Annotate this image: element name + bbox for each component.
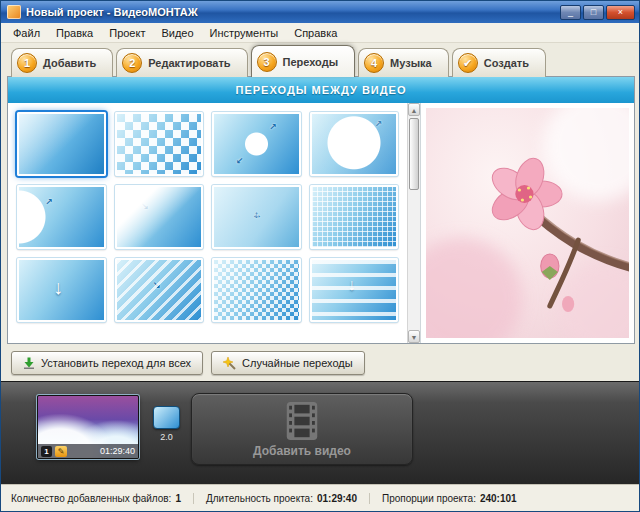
tab-create[interactable]: ✔ Создать	[452, 48, 546, 77]
transition-actions: Установить переход для всех Случайные пе…	[11, 351, 365, 375]
tab-edit-badge: 2	[122, 53, 142, 73]
arrow-icon: ↕	[254, 209, 259, 220]
transition-thumbnail-circle-center[interactable]: ↗ ↙	[212, 112, 301, 176]
tab-music[interactable]: 4 Музыка	[358, 48, 449, 77]
tab-add-label: Добавить	[43, 57, 96, 69]
status-files: Количество добавленных файлов: 1	[11, 493, 193, 504]
add-video-label: Добавить видео	[253, 444, 351, 458]
maximize-button[interactable]: □	[583, 5, 604, 20]
magic-wand-icon	[223, 357, 236, 370]
scroll-down-icon[interactable]: ▼	[408, 330, 420, 343]
random-transitions-label: Случайные переходы	[242, 357, 353, 369]
scrollbar-track[interactable]	[408, 116, 420, 330]
transitions-panel: ПЕРЕХОДЫ МЕЖДУ ВИДЕО ↗ ↙ ↗ ↗ ↘	[7, 76, 635, 344]
tab-transitions-label: Переходы	[283, 56, 339, 68]
tab-transitions-badge: 3	[257, 52, 277, 72]
status-duration: Длительность проекта: 01:29:40	[193, 493, 369, 504]
arrow-icon: ↘	[153, 280, 161, 291]
status-aspect-label: Пропорции проекта:	[382, 493, 476, 504]
tab-add-badge: 1	[17, 53, 37, 73]
green-down-arrow-icon	[23, 357, 35, 369]
tab-edit[interactable]: 2 Редактировать	[116, 48, 247, 77]
scroll-up-icon[interactable]: ▲	[408, 103, 420, 116]
tab-create-label: Создать	[484, 57, 529, 69]
film-strip-icon	[285, 401, 319, 441]
status-aspect: Пропорции проекта: 240:101	[369, 493, 529, 504]
window-title: Новый проект - ВидеоМОНТАЖ	[26, 6, 560, 18]
transition-thumbnail-circle-open[interactable]: ↗	[310, 112, 399, 176]
transition-preview	[420, 103, 634, 343]
menu-project[interactable]: Проект	[101, 25, 153, 41]
step-tabs: 1 Добавить 2 Редактировать 3 Переходы 4 …	[11, 45, 629, 77]
arrow-icon: ↗	[269, 122, 277, 132]
transition-thumbnail-diagonal-wipe[interactable]: ↘	[115, 185, 204, 249]
tab-music-label: Музыка	[390, 57, 432, 69]
transition-thumbnail-wipe-down[interactable]: ↓	[17, 258, 106, 322]
status-files-label: Количество добавленных файлов:	[11, 493, 171, 504]
arrow-icon: ↘	[141, 201, 149, 212]
tab-edit-label: Редактировать	[148, 57, 230, 69]
status-duration-value: 01:29:40	[317, 493, 357, 504]
tab-transitions[interactable]: 3 Переходы	[251, 45, 356, 77]
tab-create-badge: ✔	[458, 53, 478, 73]
arrow-icon: ↙	[236, 156, 244, 166]
menu-video[interactable]: Видео	[153, 25, 201, 41]
menu-tools[interactable]: Инструменты	[202, 25, 287, 41]
close-button[interactable]: ×	[606, 5, 635, 20]
arrow-icon: ↗	[45, 197, 53, 207]
arrow-icon: ↓	[53, 276, 63, 299]
transition-thumbnail-pixel-dissolve[interactable]	[212, 258, 301, 322]
transition-thumbnail-bands-down[interactable]: ↓	[310, 258, 399, 322]
timeline-clip[interactable]: 1 ✎ 01:29:40	[37, 395, 139, 459]
add-video-button[interactable]: Добавить видео	[191, 393, 413, 465]
clip-info-strip: 1 ✎ 01:29:40	[38, 444, 138, 458]
minimize-button[interactable]: _	[560, 5, 581, 20]
clip-duration: 01:29:40	[100, 446, 135, 456]
tab-add[interactable]: 1 Добавить	[11, 48, 113, 77]
set-transition-for-all-button[interactable]: Установить переход для всех	[11, 351, 203, 375]
transition-thumbnail-checkerboard[interactable]	[115, 112, 204, 176]
menu-file[interactable]: Файл	[5, 25, 48, 41]
app-window: Новый проект - ВидеоМОНТАЖ _ □ × Файл Пр…	[0, 0, 640, 512]
transitions-grid: ↗ ↙ ↗ ↗ ↘ ↔ ↕ ↓	[8, 103, 407, 343]
status-aspect-value: 240:101	[480, 493, 517, 504]
transition-thumbnail-diagonal-stripes[interactable]: ↘	[115, 258, 204, 322]
menu-edit[interactable]: Правка	[48, 25, 101, 41]
menu-bar: Файл Правка Проект Видео Инструменты Спр…	[1, 23, 639, 43]
transition-thumbnail-mesh-dissolve[interactable]	[310, 185, 399, 249]
grid-scrollbar[interactable]: ▲ ▼	[407, 103, 420, 343]
transition-duration-value: 2.0	[150, 432, 183, 442]
scrollbar-thumb[interactable]	[409, 118, 419, 190]
status-files-value: 1	[175, 493, 181, 504]
edit-pencil-icon[interactable]: ✎	[55, 446, 67, 457]
transition-thumbnail-zoom[interactable]: ↔ ↕	[212, 185, 301, 249]
app-icon	[7, 5, 21, 19]
set-transition-for-all-label: Установить переход для всех	[41, 357, 191, 369]
status-duration-label: Длительность проекта:	[206, 493, 313, 504]
title-bar: Новый проект - ВидеоМОНТАЖ _ □ ×	[1, 1, 639, 23]
clip-index-badge: 1	[41, 446, 52, 457]
status-bar: Количество добавленных файлов: 1 Длитель…	[1, 484, 639, 511]
timeline: 1 ✎ 01:29:40 2.0 Добавить виде	[1, 381, 639, 485]
transition-chip[interactable]	[153, 406, 180, 429]
arrow-icon: ↗	[374, 119, 382, 129]
arrow-icon: ↓	[348, 276, 356, 294]
transition-thumbnail-circle-left[interactable]: ↗	[17, 185, 106, 249]
transition-thumbnail-fade[interactable]	[17, 112, 106, 176]
menu-help[interactable]: Справка	[286, 25, 345, 41]
preview-flower-image	[426, 108, 629, 338]
tab-music-badge: 4	[364, 53, 384, 73]
panel-header: ПЕРЕХОДЫ МЕЖДУ ВИДЕО	[8, 77, 634, 103]
random-transitions-button[interactable]: Случайные переходы	[211, 351, 365, 375]
